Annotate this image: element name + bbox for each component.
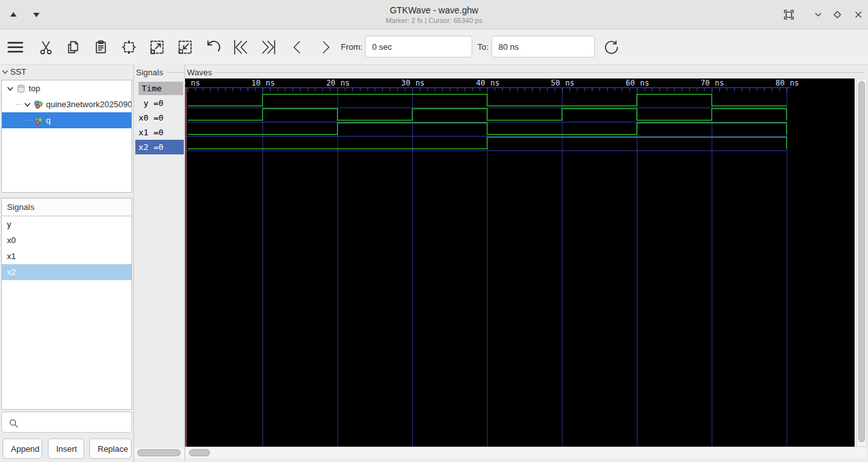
timeline-tick-label: 70 xyxy=(701,78,710,87)
search-icon xyxy=(8,417,19,429)
tree-item-top[interactable]: top xyxy=(2,80,131,96)
zoom-undo-button[interactable] xyxy=(204,38,222,56)
chevron-down-icon xyxy=(1,68,9,76)
copy-icon xyxy=(64,39,81,56)
waves-hscrollbar[interactable] xyxy=(186,448,867,458)
timeline-unit-label: ns xyxy=(191,78,200,87)
timeline-tick-label: 0 xyxy=(185,78,186,87)
diamond-icon xyxy=(832,10,842,20)
timeline-tick-label: 60 xyxy=(625,78,634,87)
fit-screen-icon xyxy=(783,9,795,20)
waveform-plot: 0ns10ns20ns30ns40ns50ns60ns70ns80ns xyxy=(185,78,855,447)
waves-hscrollbar-thumb[interactable] xyxy=(189,449,210,456)
find-next-edge-button[interactable] xyxy=(317,38,334,56)
timeline-unit-label: ns xyxy=(715,78,724,87)
chevron-right-icon xyxy=(317,39,334,56)
wave-signal-value: =0 xyxy=(153,142,163,152)
skip-to-end-icon xyxy=(260,38,278,56)
signal-list-item-x1[interactable]: x1 xyxy=(2,248,131,264)
go-to-end-button[interactable] xyxy=(260,38,278,56)
tree-guide-line xyxy=(26,120,33,121)
signal-names-hscrollbar[interactable] xyxy=(135,448,184,458)
wave-name-rows[interactable]: y =0x0 =0x1 =0x2 =0 xyxy=(135,96,184,154)
cut-button[interactable] xyxy=(37,38,55,56)
wave-name-row-x2[interactable]: x2 =0 xyxy=(135,140,184,154)
signal-search-results-list[interactable]: Signals yx0x1x2 xyxy=(1,198,132,410)
marker-cursor-status: Marker: 2 fs | Cursor: 65340 ps xyxy=(0,17,868,24)
timeline-unit-label: ns xyxy=(415,78,424,87)
clipboard-paste-icon xyxy=(93,39,109,56)
copy-button[interactable] xyxy=(64,38,82,56)
timeline-tick-label: 40 xyxy=(476,78,485,87)
signal-list-item-y[interactable]: y xyxy=(2,216,131,232)
waves-vscrollbar[interactable] xyxy=(857,78,867,447)
insert-button[interactable]: Insert xyxy=(48,438,84,459)
maximize-button[interactable] xyxy=(830,8,844,22)
to-time-input[interactable] xyxy=(491,36,595,57)
signal-names-hscrollbar-thumb[interactable] xyxy=(137,449,181,456)
minimize-button[interactable] xyxy=(811,8,825,22)
signal-list-header: Signals xyxy=(2,198,131,216)
zoom-out-button[interactable] xyxy=(176,38,194,56)
signal-search-box[interactable] xyxy=(1,412,132,433)
timeline-tick-label: 20 xyxy=(326,78,335,87)
tree-item-quine3network2025090[interactable]: quine3network2025090 xyxy=(2,96,131,112)
timeline-unit-label: ns xyxy=(565,78,574,87)
zoom-out-icon xyxy=(176,38,194,56)
wave-signal-value: =0 xyxy=(153,113,163,123)
wave-name-row-x0[interactable]: x0 =0 xyxy=(135,110,184,125)
timeline-unit-label: ns xyxy=(490,78,499,87)
wave-trace-x2 xyxy=(188,137,786,149)
main-menu-button[interactable] xyxy=(6,38,24,56)
timeline-tick-label: 80 xyxy=(775,78,784,87)
zoom-in-button[interactable] xyxy=(148,38,166,56)
toolbar: From: To: xyxy=(0,29,868,65)
reload-button[interactable] xyxy=(602,38,620,56)
zoom-in-icon xyxy=(148,38,166,56)
zoom-fit-button[interactable] xyxy=(120,38,138,56)
component-icon xyxy=(33,100,43,110)
headerbar: GTKWave - wave.ghw Marker: 2 fs | Cursor… xyxy=(0,0,868,29)
search-input[interactable] xyxy=(21,413,131,433)
tree-item-label: quine3network2025090 xyxy=(46,100,131,109)
wave-name-row-y[interactable]: y =0 xyxy=(135,96,184,110)
module-icon xyxy=(16,84,26,94)
timeline-tick-label: 50 xyxy=(551,78,560,87)
timeline-tick-label: 30 xyxy=(401,78,410,87)
from-time-input[interactable] xyxy=(365,36,472,57)
close-button[interactable] xyxy=(851,8,865,22)
component-icon xyxy=(33,116,43,126)
find-previous-edge-button[interactable] xyxy=(288,38,306,56)
waves-vscrollbar-thumb[interactable] xyxy=(858,81,865,442)
replace-button[interactable]: Replace xyxy=(89,438,131,459)
scissors-icon xyxy=(38,39,54,56)
wave-name-row-x1[interactable]: x1 =0 xyxy=(135,125,184,140)
wave-canvas[interactable]: 0ns10ns20ns30ns40ns50ns60ns70ns80ns xyxy=(185,78,855,447)
timeline-unit-label: ns xyxy=(266,78,274,87)
waves-frame-label: Waves xyxy=(187,68,212,77)
tree-item-q[interactable]: q xyxy=(2,112,131,128)
wave-trace-x0 xyxy=(188,108,786,120)
append-button[interactable]: Append xyxy=(3,438,42,459)
wave-signal-value: =0 xyxy=(153,128,163,137)
sst-label: SST xyxy=(10,67,26,77)
zoom-fit-icon xyxy=(120,38,138,56)
signals-frame-label: Signals xyxy=(136,68,163,77)
wave-signal-name: x2 xyxy=(138,140,149,154)
sst-section-header[interactable]: SST xyxy=(1,67,26,77)
close-icon xyxy=(853,10,864,20)
tree-item-label: top xyxy=(29,84,40,93)
wave-trace-y xyxy=(188,94,786,106)
chevron-down-icon xyxy=(813,10,823,20)
sst-tree[interactable]: topquine3network2025090q xyxy=(1,80,132,193)
zoom-fit-window-button[interactable] xyxy=(782,8,796,22)
to-label: To: xyxy=(477,42,488,52)
signal-list-item-x2[interactable]: x2 xyxy=(2,264,131,280)
signal-list-item-x0[interactable]: x0 xyxy=(2,232,131,248)
paste-button[interactable] xyxy=(92,38,110,56)
go-to-start-button[interactable] xyxy=(232,38,250,56)
signal-list-rows: yx0x1x2 xyxy=(2,216,131,280)
time-header[interactable]: Time xyxy=(138,82,183,95)
undo-arrow-icon xyxy=(204,38,222,56)
window-title: GTKWave - wave.ghw xyxy=(0,5,868,15)
